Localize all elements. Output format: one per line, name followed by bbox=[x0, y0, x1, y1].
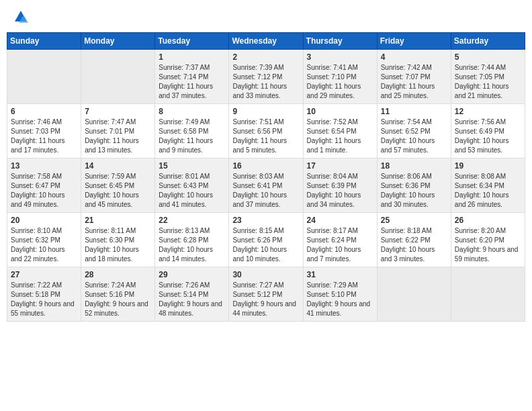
day-info: Sunrise: 8:01 AM Sunset: 6:43 PM Dayligh… bbox=[159, 172, 225, 210]
calendar-day-cell: 19Sunrise: 8:08 AM Sunset: 6:34 PM Dayli… bbox=[451, 158, 525, 213]
calendar-day-cell: 8Sunrise: 7:49 AM Sunset: 6:58 PM Daylig… bbox=[155, 104, 229, 158]
day-info: Sunrise: 8:11 AM Sunset: 6:30 PM Dayligh… bbox=[85, 226, 151, 264]
day-number: 6 bbox=[11, 107, 77, 116]
day-number: 10 bbox=[307, 107, 373, 116]
day-info: Sunrise: 7:46 AM Sunset: 7:03 PM Dayligh… bbox=[11, 118, 77, 155]
day-info: Sunrise: 7:39 AM Sunset: 7:12 PM Dayligh… bbox=[232, 63, 299, 101]
day-info: Sunrise: 8:06 AM Sunset: 6:36 PM Dayligh… bbox=[381, 172, 447, 210]
day-info: Sunrise: 8:17 AM Sunset: 6:24 PM Dayligh… bbox=[307, 226, 373, 264]
calendar-week-row: 1Sunrise: 7:37 AM Sunset: 7:14 PM Daylig… bbox=[7, 50, 525, 104]
weekday-header-row: SundayMondayTuesdayWednesdayThursdayFrid… bbox=[7, 33, 525, 50]
day-info: Sunrise: 8:13 AM Sunset: 6:28 PM Dayligh… bbox=[159, 226, 225, 264]
calendar-day-cell bbox=[377, 267, 451, 322]
calendar-week-row: 6Sunrise: 7:46 AM Sunset: 7:03 PM Daylig… bbox=[7, 104, 525, 158]
calendar-day-cell: 2Sunrise: 7:39 AM Sunset: 7:12 PM Daylig… bbox=[229, 50, 303, 104]
day-info: Sunrise: 7:42 AM Sunset: 7:07 PM Dayligh… bbox=[381, 63, 447, 101]
day-number: 14 bbox=[85, 161, 151, 171]
weekday-header-saturday: Saturday bbox=[451, 33, 525, 50]
day-number: 25 bbox=[381, 216, 447, 225]
calendar-day-cell: 10Sunrise: 7:52 AM Sunset: 6:54 PM Dayli… bbox=[303, 104, 377, 158]
calendar-day-cell: 26Sunrise: 8:20 AM Sunset: 6:20 PM Dayli… bbox=[451, 213, 525, 267]
calendar-day-cell: 25Sunrise: 8:18 AM Sunset: 6:22 PM Dayli… bbox=[377, 213, 451, 267]
calendar-day-cell: 13Sunrise: 7:58 AM Sunset: 6:47 PM Dayli… bbox=[7, 158, 81, 213]
day-info: Sunrise: 7:52 AM Sunset: 6:54 PM Dayligh… bbox=[307, 118, 373, 155]
calendar-day-cell: 27Sunrise: 7:22 AM Sunset: 5:18 PM Dayli… bbox=[7, 267, 81, 322]
day-info: Sunrise: 7:37 AM Sunset: 7:14 PM Dayligh… bbox=[159, 63, 225, 101]
weekday-header-thursday: Thursday bbox=[303, 33, 377, 50]
day-number: 20 bbox=[11, 216, 77, 225]
day-number: 9 bbox=[232, 107, 299, 116]
calendar-week-row: 27Sunrise: 7:22 AM Sunset: 5:18 PM Dayli… bbox=[7, 267, 525, 322]
day-info: Sunrise: 8:10 AM Sunset: 6:32 PM Dayligh… bbox=[11, 226, 77, 264]
weekday-header-sunday: Sunday bbox=[7, 33, 81, 50]
day-number: 31 bbox=[307, 270, 373, 279]
day-info: Sunrise: 8:15 AM Sunset: 6:26 PM Dayligh… bbox=[232, 226, 299, 264]
calendar-day-cell: 31Sunrise: 7:29 AM Sunset: 5:10 PM Dayli… bbox=[303, 267, 377, 322]
weekday-header-monday: Monday bbox=[81, 33, 155, 50]
day-info: Sunrise: 7:22 AM Sunset: 5:18 PM Dayligh… bbox=[11, 281, 77, 318]
calendar-day-cell: 20Sunrise: 8:10 AM Sunset: 6:32 PM Dayli… bbox=[7, 213, 81, 267]
logo-icon bbox=[13, 9, 28, 24]
day-number: 4 bbox=[381, 52, 447, 62]
calendar-day-cell bbox=[81, 50, 155, 104]
calendar-week-row: 13Sunrise: 7:58 AM Sunset: 6:47 PM Dayli… bbox=[7, 158, 525, 213]
day-info: Sunrise: 7:47 AM Sunset: 7:01 PM Dayligh… bbox=[85, 118, 151, 155]
calendar-day-cell bbox=[7, 50, 81, 104]
calendar-day-cell: 1Sunrise: 7:37 AM Sunset: 7:14 PM Daylig… bbox=[155, 50, 229, 104]
calendar-day-cell: 12Sunrise: 7:56 AM Sunset: 6:49 PM Dayli… bbox=[451, 104, 525, 158]
day-number: 15 bbox=[159, 161, 225, 171]
calendar-day-cell: 30Sunrise: 7:27 AM Sunset: 5:12 PM Dayli… bbox=[229, 267, 303, 322]
calendar-day-cell: 11Sunrise: 7:54 AM Sunset: 6:52 PM Dayli… bbox=[377, 104, 451, 158]
day-info: Sunrise: 8:08 AM Sunset: 6:34 PM Dayligh… bbox=[455, 172, 521, 210]
day-info: Sunrise: 8:20 AM Sunset: 6:20 PM Dayligh… bbox=[455, 226, 521, 264]
day-number: 12 bbox=[455, 107, 521, 116]
day-info: Sunrise: 7:41 AM Sunset: 7:10 PM Dayligh… bbox=[307, 63, 373, 101]
calendar-day-cell: 18Sunrise: 8:06 AM Sunset: 6:36 PM Dayli… bbox=[377, 158, 451, 213]
day-info: Sunrise: 7:29 AM Sunset: 5:10 PM Dayligh… bbox=[307, 281, 373, 318]
day-number: 8 bbox=[159, 107, 225, 116]
calendar-day-cell: 6Sunrise: 7:46 AM Sunset: 7:03 PM Daylig… bbox=[7, 104, 81, 158]
page-header bbox=[7, 7, 525, 27]
day-info: Sunrise: 8:03 AM Sunset: 6:41 PM Dayligh… bbox=[232, 172, 299, 210]
weekday-header-friday: Friday bbox=[377, 33, 451, 50]
day-number: 21 bbox=[85, 216, 151, 225]
calendar-day-cell: 14Sunrise: 7:59 AM Sunset: 6:45 PM Dayli… bbox=[81, 158, 155, 213]
calendar-table: SundayMondayTuesdayWednesdayThursdayFrid… bbox=[7, 32, 525, 322]
day-number: 17 bbox=[307, 161, 373, 171]
logo bbox=[12, 9, 28, 24]
day-number: 16 bbox=[232, 161, 299, 171]
day-number: 24 bbox=[307, 216, 373, 225]
day-number: 30 bbox=[232, 270, 299, 279]
day-number: 13 bbox=[11, 161, 77, 171]
calendar-day-cell: 22Sunrise: 8:13 AM Sunset: 6:28 PM Dayli… bbox=[155, 213, 229, 267]
day-info: Sunrise: 7:24 AM Sunset: 5:16 PM Dayligh… bbox=[85, 281, 151, 318]
calendar-day-cell: 15Sunrise: 8:01 AM Sunset: 6:43 PM Dayli… bbox=[155, 158, 229, 213]
day-info: Sunrise: 7:49 AM Sunset: 6:58 PM Dayligh… bbox=[159, 118, 225, 155]
day-number: 26 bbox=[455, 216, 521, 225]
calendar-week-row: 20Sunrise: 8:10 AM Sunset: 6:32 PM Dayli… bbox=[7, 213, 525, 267]
day-info: Sunrise: 7:59 AM Sunset: 6:45 PM Dayligh… bbox=[85, 172, 151, 210]
calendar-day-cell: 21Sunrise: 8:11 AM Sunset: 6:30 PM Dayli… bbox=[81, 213, 155, 267]
calendar-day-cell bbox=[451, 267, 525, 322]
calendar-day-cell: 23Sunrise: 8:15 AM Sunset: 6:26 PM Dayli… bbox=[229, 213, 303, 267]
calendar-day-cell: 17Sunrise: 8:04 AM Sunset: 6:39 PM Dayli… bbox=[303, 158, 377, 213]
day-number: 23 bbox=[232, 216, 299, 225]
day-number: 2 bbox=[232, 52, 299, 62]
calendar-day-cell: 3Sunrise: 7:41 AM Sunset: 7:10 PM Daylig… bbox=[303, 50, 377, 104]
calendar-day-cell: 16Sunrise: 8:03 AM Sunset: 6:41 PM Dayli… bbox=[229, 158, 303, 213]
day-info: Sunrise: 7:27 AM Sunset: 5:12 PM Dayligh… bbox=[232, 281, 299, 318]
day-info: Sunrise: 7:58 AM Sunset: 6:47 PM Dayligh… bbox=[11, 172, 77, 210]
calendar-day-cell: 4Sunrise: 7:42 AM Sunset: 7:07 PM Daylig… bbox=[377, 50, 451, 104]
day-number: 28 bbox=[85, 270, 151, 279]
weekday-header-tuesday: Tuesday bbox=[155, 33, 229, 50]
day-info: Sunrise: 7:51 AM Sunset: 6:56 PM Dayligh… bbox=[232, 118, 299, 155]
calendar-day-cell: 5Sunrise: 7:44 AM Sunset: 7:05 PM Daylig… bbox=[451, 50, 525, 104]
day-number: 19 bbox=[455, 161, 521, 171]
day-number: 18 bbox=[381, 161, 447, 171]
weekday-header-wednesday: Wednesday bbox=[229, 33, 303, 50]
day-info: Sunrise: 8:04 AM Sunset: 6:39 PM Dayligh… bbox=[307, 172, 373, 210]
day-number: 11 bbox=[381, 107, 447, 116]
day-info: Sunrise: 7:44 AM Sunset: 7:05 PM Dayligh… bbox=[455, 63, 521, 101]
day-info: Sunrise: 7:56 AM Sunset: 6:49 PM Dayligh… bbox=[455, 118, 521, 155]
day-info: Sunrise: 7:54 AM Sunset: 6:52 PM Dayligh… bbox=[381, 118, 447, 155]
